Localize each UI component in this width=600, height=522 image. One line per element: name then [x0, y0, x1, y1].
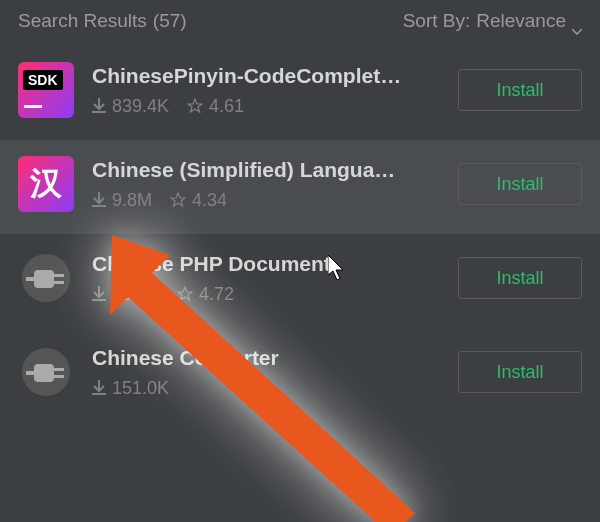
sort-by-dropdown[interactable]: Sort By: Relevance	[403, 10, 582, 32]
svg-rect-7	[54, 368, 64, 371]
svg-rect-3	[54, 281, 64, 284]
plugin-stats: 839.4K 4.61	[92, 96, 440, 117]
download-icon	[92, 380, 106, 396]
download-count: 9.8M	[92, 190, 152, 211]
plugin-item[interactable]: Chinese PHP Document 48.1K 4.72 Install	[0, 234, 600, 328]
plugin-item[interactable]: 汉 Chinese (Simplified) Langua… 9.8M 4.34	[0, 140, 600, 234]
download-icon	[92, 286, 106, 302]
rating: 4.61	[187, 96, 244, 117]
rating: 4.34	[170, 190, 227, 211]
plugin-item[interactable]: SDK ChinesePinyin-CodeComplet… 839.4K 4.…	[0, 46, 600, 140]
plugin-info: Chinese PHP Document 48.1K 4.72	[92, 252, 440, 305]
rating: 4.72	[177, 284, 234, 305]
svg-rect-8	[54, 375, 64, 378]
download-count: 48.1K	[92, 284, 159, 305]
plugin-stats: 48.1K 4.72	[92, 284, 440, 305]
download-count: 839.4K	[92, 96, 169, 117]
chevron-down-icon	[572, 18, 582, 24]
plugin-name: ChinesePinyin-CodeComplet…	[92, 64, 440, 88]
results-number: (57)	[153, 10, 187, 32]
svg-rect-2	[54, 274, 64, 277]
plugin-info: Chinese (Simplified) Langua… 9.8M 4.34	[92, 158, 440, 211]
plugin-icon-sdk: SDK	[18, 62, 74, 118]
download-count: 151.0K	[92, 378, 169, 399]
install-button[interactable]: Install	[458, 351, 582, 393]
star-icon	[177, 286, 193, 302]
plugin-list: SDK ChinesePinyin-CodeComplet… 839.4K 4.…	[0, 46, 600, 422]
install-button[interactable]: Install	[458, 257, 582, 299]
star-icon	[187, 98, 203, 114]
plugin-name: Chinese Converter	[92, 346, 440, 370]
svg-rect-9	[26, 371, 34, 375]
sort-value: Relevance	[476, 10, 566, 32]
plugin-icon-plug	[18, 344, 74, 400]
star-icon	[170, 192, 186, 208]
plugin-name: Chinese (Simplified) Langua…	[92, 158, 440, 182]
results-label: Search Results	[18, 10, 147, 32]
plugin-icon-han: 汉	[18, 156, 74, 212]
install-button[interactable]: Install	[458, 69, 582, 111]
svg-rect-1	[34, 270, 54, 288]
install-button[interactable]: Install	[458, 163, 582, 205]
search-results-header: Search Results (57) Sort By: Relevance	[0, 0, 600, 46]
plugin-info: Chinese Converter 151.0K	[92, 346, 440, 399]
sort-label: Sort By:	[403, 10, 471, 32]
plugin-info: ChinesePinyin-CodeComplet… 839.4K 4.61	[92, 64, 440, 117]
plugin-icon-plug	[18, 250, 74, 306]
plugin-stats: 151.0K	[92, 378, 440, 399]
plugin-name: Chinese PHP Document	[92, 252, 440, 276]
plugin-stats: 9.8M 4.34	[92, 190, 440, 211]
svg-rect-6	[34, 364, 54, 382]
download-icon	[92, 192, 106, 208]
svg-rect-4	[26, 277, 34, 281]
plugin-item[interactable]: Chinese Converter 151.0K Install	[0, 328, 600, 422]
results-count: Search Results (57)	[18, 10, 187, 32]
download-icon	[92, 98, 106, 114]
